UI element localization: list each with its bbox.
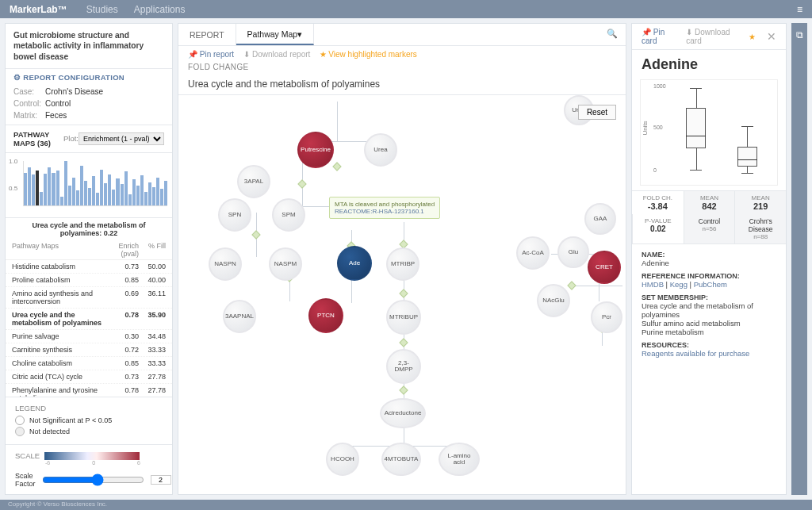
nav-studies[interactable]: Studies — [86, 4, 118, 15]
mini-bar[interactable] — [160, 189, 163, 205]
table-row[interactable]: Urea cycle and the metabolism of polyami… — [6, 309, 172, 330]
node-3apal[interactable]: 3APAL — [237, 165, 270, 198]
mini-bar[interactable] — [121, 184, 124, 205]
mini-bar[interactable] — [56, 171, 59, 205]
selected-pathway-label: Urea cycle and the metabolism of polyami… — [6, 218, 172, 240]
mini-bar[interactable] — [128, 194, 132, 205]
plot-select[interactable]: Enrichment (1 - pval) — [79, 132, 164, 145]
ref-pubchem[interactable]: PubChem — [694, 280, 727, 289]
mini-bar[interactable] — [52, 173, 55, 205]
node-spm[interactable]: SPM — [272, 198, 305, 232]
table-row[interactable]: Phenylalanine and tyrosine catabolism0.7… — [6, 384, 172, 397]
table-row[interactable]: Choline catabolism0.8533.33 — [6, 357, 172, 370]
download-report[interactable]: ⬇ Download report — [243, 50, 310, 59]
mini-bar[interactable] — [64, 161, 67, 205]
mini-bar[interactable] — [84, 181, 87, 205]
node-lamino[interactable]: L-amino acid — [439, 443, 480, 476]
mini-bar[interactable] — [124, 171, 128, 205]
node-acireductone[interactable]: Acireductone — [380, 398, 426, 428]
table-row[interactable]: Citric acid (TCA) cycle0.7327.78 — [6, 370, 172, 384]
mini-bar[interactable] — [44, 174, 47, 205]
mini-bar[interactable] — [108, 174, 111, 205]
node-naspm[interactable]: NASPM — [269, 247, 302, 281]
mini-bar[interactable] — [32, 174, 35, 205]
mini-bar[interactable] — [88, 188, 91, 205]
node-4mtobuta[interactable]: 4MTOBUTA — [381, 443, 421, 476]
node-nacglu[interactable]: NAcGlu — [537, 284, 570, 317]
mini-bar[interactable] — [48, 167, 51, 205]
copy-icon[interactable]: ⧉ — [796, 29, 803, 40]
node-dmpp[interactable]: 2,3-DMPP — [386, 349, 421, 384]
scale-factor-input[interactable] — [151, 475, 171, 485]
ref-kegg[interactable]: Kegg — [670, 280, 688, 289]
node-mtribp[interactable]: MTRIBP — [386, 247, 419, 281]
node-gaa[interactable]: GAA — [584, 203, 616, 235]
mini-bar[interactable] — [152, 187, 155, 205]
tooltip-link[interactable]: REACTOME:R-HSA-1237160.1 — [335, 208, 435, 215]
legend-not-sig: Not Significant at P < 0.05 — [15, 416, 163, 425]
mini-bar[interactable] — [96, 193, 99, 205]
node-glu[interactable]: Glu — [557, 236, 589, 268]
mini-bar[interactable] — [28, 167, 31, 205]
pin-card[interactable]: 📌 Pin card — [642, 28, 676, 45]
mini-bar[interactable] — [68, 186, 71, 205]
hamburger-icon[interactable]: ≡ — [797, 4, 802, 15]
download-card[interactable]: ⬇ Download card — [686, 28, 739, 45]
node-spn[interactable]: SPN — [218, 198, 251, 232]
mini-bar[interactable] — [116, 178, 119, 205]
close-icon[interactable]: ✕ — [767, 30, 776, 43]
right-ribbon: ⧉ — [791, 23, 807, 495]
search-icon[interactable]: 🔍 — [599, 24, 626, 45]
table-row[interactable]: Carnitine synthesis0.7233.33 — [6, 343, 172, 357]
legend-not-detected: Not detected — [15, 427, 163, 436]
reset-button[interactable]: Reset — [578, 105, 616, 120]
table-row[interactable]: Amino acid synthesis and interconversion… — [6, 287, 172, 309]
mini-bar[interactable] — [132, 179, 136, 205]
mini-bar[interactable] — [76, 190, 79, 205]
pathway-graph[interactable]: Reset — [178, 95, 626, 494]
node-naspn[interactable]: NASPN — [209, 247, 242, 281]
mini-bar[interactable] — [164, 181, 167, 205]
mini-bar[interactable] — [24, 173, 27, 205]
mini-bar[interactable] — [36, 171, 39, 205]
mini-bar[interactable] — [60, 197, 63, 205]
tab-pathway-map[interactable]: Pathway Map ▾ — [236, 24, 315, 45]
mini-bar[interactable] — [112, 190, 115, 205]
mini-bar[interactable] — [148, 182, 151, 205]
nav-applications[interactable]: Applications — [134, 4, 186, 15]
node-ade[interactable]: Ade — [337, 246, 372, 281]
mini-bar[interactable] — [72, 178, 75, 205]
pin-report[interactable]: 📌 Pin report — [188, 50, 234, 59]
mini-bar[interactable] — [144, 192, 147, 205]
ref-hmdb[interactable]: HMDB — [642, 280, 664, 289]
mini-bar[interactable] — [156, 178, 159, 205]
mini-bar[interactable] — [140, 175, 144, 205]
node-pcr[interactable]: Pcr — [591, 301, 622, 333]
tab-report[interactable]: REPORT — [178, 24, 236, 45]
mini-bar[interactable] — [136, 186, 140, 205]
mini-bar[interactable] — [92, 176, 95, 205]
table-row[interactable]: Proline catabolism0.8540.00 — [6, 274, 172, 287]
mini-bar[interactable] — [104, 183, 107, 205]
node-3aapnal[interactable]: 3AAPNAL — [223, 300, 256, 333]
resources-link[interactable]: Reagents available for purchase — [642, 349, 749, 358]
node-hcooh[interactable]: HCOOH — [326, 443, 359, 476]
node-urea[interactable]: Urea — [364, 133, 397, 167]
node-putrescine[interactable]: Putrescine — [297, 132, 334, 168]
mini-bar[interactable] — [80, 166, 83, 205]
star-icon[interactable]: ★ — [749, 33, 756, 41]
scale-factor-slider[interactable] — [42, 474, 144, 486]
footer: Copyright © Verso Biosciences Inc. — [0, 500, 812, 510]
pathway-maps-count: PATHWAY MAPS (36) — [13, 130, 56, 148]
mini-bar[interactable] — [100, 170, 103, 205]
table-row[interactable]: Purine salvage0.3034.48 — [6, 330, 172, 343]
node-mtribup[interactable]: MTRIBUP — [386, 300, 421, 335]
mini-bar-chart[interactable]: 1.0 0.5 — [6, 153, 172, 218]
node-ptcn[interactable]: PTCN — [308, 298, 343, 333]
view-highlighted[interactable]: ★View highlighted markers — [320, 50, 417, 59]
node-cret[interactable]: CRET — [588, 251, 621, 284]
pathway-table[interactable]: Histidine catabolism0.7350.00Proline cat… — [6, 260, 172, 397]
table-row[interactable]: Histidine catabolism0.7350.00 — [6, 260, 172, 274]
mini-bar[interactable] — [40, 192, 43, 205]
node-accoa[interactable]: Ac-CoA — [516, 236, 550, 270]
